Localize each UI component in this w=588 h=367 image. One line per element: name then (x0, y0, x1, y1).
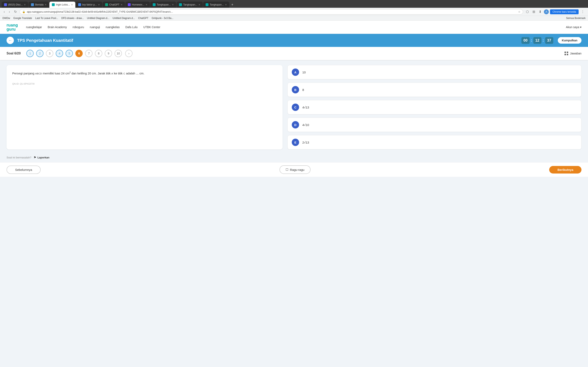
report-text: Soal ini bermasalah? (7, 156, 31, 159)
nav-ruangkelas[interactable]: ruangkelas (105, 25, 120, 29)
user-avatar[interactable]: A (544, 9, 549, 14)
tab-tangkapan2[interactable]: Tangkapan... ✕ (177, 2, 203, 8)
tab-brp[interactable]: brp faktor p... ✕ (76, 2, 102, 8)
screenshot-button[interactable]: ⬡ (525, 9, 530, 15)
nav-ruangbelajar[interactable]: ruangbelajar (26, 25, 42, 29)
exam-back-button[interactable]: ← (7, 37, 14, 44)
tab-title-homework: Homewor... (132, 3, 144, 6)
flag-icon: ⚑ (34, 156, 36, 159)
badge-a: A (292, 68, 299, 76)
option-b-text: 8 (302, 88, 304, 92)
tab-chatgpt[interactable]: ChatGPT ✕ (103, 2, 125, 8)
tab-close-bentala[interactable]: ✕ (45, 3, 47, 6)
bookmark-untitled1[interactable]: Untitled Diagram.d... (87, 17, 109, 20)
reload-button[interactable]: ↻ (13, 9, 18, 15)
browser-chrome: (6015) Disc... ✕ Bentala ✕ Ingin Lolos..… (0, 0, 588, 21)
download-button[interactable]: ⬇ (537, 9, 543, 15)
grid-icon (564, 51, 568, 55)
option-e[interactable]: E 2√13 (287, 135, 581, 150)
bookmark-chatgpt[interactable]: ChatGPT (138, 17, 148, 20)
svg-rect-0 (564, 52, 566, 53)
q-num-5[interactable]: 5 (66, 50, 73, 57)
q-num-2[interactable]: 2 (36, 50, 43, 57)
app-header: ruang guru ruangbelajar Brain Academy ro… (0, 21, 588, 34)
extension-button[interactable]: ⊞ (531, 9, 536, 15)
checkbox-icon: ☐ (286, 168, 288, 171)
bookmark-dwdw[interactable]: DWDw (2, 17, 10, 20)
new-tab-button[interactable]: + (230, 2, 235, 8)
q-num-10[interactable]: 10 (114, 50, 122, 57)
tab-close-homework[interactable]: ✕ (146, 3, 147, 6)
favicon-tangkapan2 (179, 3, 182, 6)
q-nav-next[interactable]: › (125, 50, 132, 57)
all-bookmarks[interactable]: Semua Bookmark (566, 17, 586, 20)
menu-button[interactable]: ⋮ (580, 9, 586, 15)
chrome-update-button[interactable]: Chrome baru tersedia (550, 9, 579, 14)
q-num-9[interactable]: 9 (105, 50, 112, 57)
option-e-text: 2√13 (302, 141, 309, 144)
tab-close-chatgpt[interactable]: ✕ (121, 3, 122, 6)
q-num-3[interactable]: 3 (46, 50, 53, 57)
q-num-7[interactable]: 7 (85, 50, 93, 57)
url-text: app.ruangguru.com/ruanguji/sma/723b2138-… (27, 10, 517, 13)
nav-roboguru[interactable]: roboguru (73, 25, 84, 29)
bookmark-google-translate[interactable]: Google Translate (13, 17, 32, 20)
question-text: Persegi panjang ABCD memiliki luas 24 cm… (12, 71, 277, 76)
q-num-8[interactable]: 8 (95, 50, 102, 57)
bookmark-dfd[interactable]: DFD.drawio - draw... (61, 17, 84, 20)
tab-close-tangkapan2[interactable]: ✕ (199, 3, 200, 6)
answer-panel-button[interactable]: Jawaban (564, 51, 581, 55)
tab-close-ruanguji[interactable]: ✕ (71, 3, 73, 6)
forward-nav-button[interactable]: › (8, 9, 11, 15)
option-c[interactable]: C 4√13 (287, 100, 581, 114)
bottom-bar: Sebelumnya ☐ Ragu-ragu Berikutnya (0, 162, 588, 177)
tab-title-chatgpt: ChatGPT (109, 3, 120, 6)
nav-ruanguji[interactable]: ruanguji (90, 25, 100, 29)
tab-close-discord[interactable]: ✕ (24, 3, 26, 6)
main-content: Persegi panjang ABCD memiliki luas 24 cm… (0, 60, 588, 154)
badge-b: B (292, 86, 299, 93)
badge-c: C (292, 104, 299, 111)
account-label: Akun saya (566, 25, 579, 29)
bookmark-untitled2[interactable]: Untitled Diagram.d... (112, 17, 135, 20)
q-label-abcd: ABCD (35, 72, 42, 75)
next-button[interactable]: Berikutnya (549, 166, 581, 174)
q-text-suffix: dan keliling 20 cm. Jarak titik (71, 72, 112, 75)
ragu-button[interactable]: ☐ Ragu-ragu (279, 165, 311, 174)
nav-utbk-center[interactable]: UTBK Center (143, 25, 160, 29)
tab-close-tangkapan3[interactable]: ✕ (225, 3, 227, 6)
q-num-1[interactable]: 1 (26, 50, 34, 57)
q-num-6[interactable]: 6 (75, 50, 83, 57)
exam-title: TPS Pengetahuan Kuantitatif (17, 38, 73, 43)
tab-title-ruanguji: Ingin Lolos... (56, 3, 70, 6)
star-icon[interactable]: ☆ (518, 10, 520, 13)
tab-tangkapan3[interactable]: Tangkapan... ✕ (203, 2, 229, 8)
nav-brain-academy[interactable]: Brain Academy (48, 25, 67, 29)
option-a[interactable]: A 10 (287, 65, 581, 79)
lock-icon: 🔒 (22, 10, 25, 13)
tab-title-discord: (6015) Disc... (8, 3, 23, 6)
option-d[interactable]: D 4√10 (287, 118, 581, 132)
tab-title-tangkapan3: Tangkapan... (210, 3, 224, 6)
nav-dafa-lulu[interactable]: Dafa Lulu (125, 25, 138, 29)
question-label: Soal 6/20 (7, 52, 21, 55)
back-nav-button[interactable]: ‹ (2, 9, 6, 15)
tab-homework[interactable]: Homewor... ✕ (125, 2, 150, 8)
tab-close-tangkapan1[interactable]: ✕ (172, 3, 174, 6)
tab-ruanguji[interactable]: Ingin Lolos... ✕ (49, 2, 75, 8)
account-button[interactable]: Akun saya ▾ (566, 25, 581, 29)
favicon-chatgpt (105, 3, 108, 6)
bookmark-gridpunk[interactable]: Gridpunk - 3v3 Ba... (152, 17, 173, 20)
bookmark-last-to-leave[interactable]: Last To Leave Pool... (35, 17, 58, 20)
collect-button[interactable]: Kumpulkan (558, 37, 581, 44)
prev-button[interactable]: Sebelumnya (7, 166, 41, 174)
tab-bentala[interactable]: Bentala ✕ (29, 2, 49, 8)
q-num-4[interactable]: 4 (56, 50, 63, 57)
tab-tangkapan1[interactable]: Tangkapan... ✕ (150, 2, 176, 8)
tab-close-brp[interactable]: ✕ (98, 3, 100, 6)
address-bar[interactable]: 🔒 app.ruangguru.com/ruanguji/sma/723b213… (20, 9, 523, 15)
report-button[interactable]: ⚑ Laporkan (34, 156, 49, 159)
tab-discord[interactable]: (6015) Disc... ✕ (2, 2, 28, 8)
option-b[interactable]: B 8 (287, 83, 581, 97)
favicon-ruanguji (52, 3, 55, 6)
